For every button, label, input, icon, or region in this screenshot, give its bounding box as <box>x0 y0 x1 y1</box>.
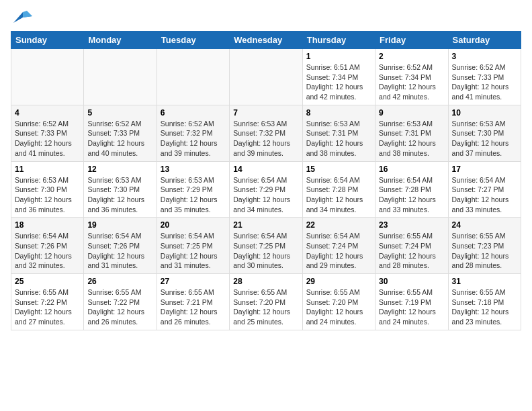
calendar-cell: 7Sunrise: 6:53 AM Sunset: 7:32 PM Daylig… <box>230 105 302 161</box>
day-info: Sunrise: 6:54 AM Sunset: 7:26 PM Dayligh… <box>15 231 80 271</box>
day-number: 5 <box>87 108 152 118</box>
calendar-cell: 30Sunrise: 6:55 AM Sunset: 7:19 PM Dayli… <box>375 274 448 330</box>
day-info: Sunrise: 6:55 AM Sunset: 7:19 PM Dayligh… <box>379 287 444 327</box>
day-number: 13 <box>161 165 226 174</box>
day-number: 21 <box>233 220 298 230</box>
calendar-cell: 10Sunrise: 6:53 AM Sunset: 7:30 PM Dayli… <box>448 105 521 161</box>
day-info: Sunrise: 6:54 AM Sunset: 7:24 PM Dayligh… <box>306 231 371 271</box>
calendar-dow-wednesday: Wednesday <box>230 32 302 49</box>
day-number: 7 <box>233 108 298 118</box>
day-info: Sunrise: 6:53 AM Sunset: 7:32 PM Dayligh… <box>233 119 298 158</box>
day-info: Sunrise: 6:54 AM Sunset: 7:26 PM Dayligh… <box>87 231 152 271</box>
day-number: 24 <box>452 220 517 230</box>
day-info: Sunrise: 6:54 AM Sunset: 7:28 PM Dayligh… <box>379 175 444 215</box>
day-number: 4 <box>15 108 80 118</box>
day-number: 31 <box>452 277 517 286</box>
calendar-dow-saturday: Saturday <box>448 32 521 49</box>
svg-marker-1 <box>23 11 32 17</box>
day-info: Sunrise: 6:53 AM Sunset: 7:30 PM Dayligh… <box>452 119 517 158</box>
calendar-week-row: 18Sunrise: 6:54 AM Sunset: 7:26 PM Dayli… <box>11 218 521 274</box>
calendar-dow-friday: Friday <box>375 32 448 49</box>
day-info: Sunrise: 6:55 AM Sunset: 7:20 PM Dayligh… <box>306 287 371 327</box>
calendar-cell: 29Sunrise: 6:55 AM Sunset: 7:20 PM Dayli… <box>302 274 375 330</box>
day-number: 2 <box>379 52 444 61</box>
calendar-cell <box>11 49 84 105</box>
calendar-cell: 13Sunrise: 6:53 AM Sunset: 7:29 PM Dayli… <box>157 161 229 218</box>
page-header <box>11 11 521 26</box>
day-info: Sunrise: 6:54 AM Sunset: 7:27 PM Dayligh… <box>452 175 517 215</box>
day-info: Sunrise: 6:53 AM Sunset: 7:30 PM Dayligh… <box>87 175 152 215</box>
calendar-dow-sunday: Sunday <box>11 32 84 49</box>
day-number: 11 <box>15 165 80 174</box>
calendar-table: SundayMondayTuesdayWednesdayThursdayFrid… <box>11 31 521 330</box>
calendar-dow-monday: Monday <box>84 32 157 49</box>
day-info: Sunrise: 6:52 AM Sunset: 7:33 PM Dayligh… <box>87 119 152 158</box>
calendar-cell: 25Sunrise: 6:55 AM Sunset: 7:22 PM Dayli… <box>11 274 84 330</box>
day-number: 8 <box>306 108 371 118</box>
calendar-cell: 3Sunrise: 6:52 AM Sunset: 7:33 PM Daylig… <box>448 49 521 105</box>
day-number: 22 <box>306 220 371 230</box>
day-info: Sunrise: 6:54 AM Sunset: 7:25 PM Dayligh… <box>161 231 226 271</box>
logo <box>11 11 32 26</box>
calendar-week-row: 25Sunrise: 6:55 AM Sunset: 7:22 PM Dayli… <box>11 274 521 330</box>
calendar-week-row: 11Sunrise: 6:53 AM Sunset: 7:30 PM Dayli… <box>11 161 521 218</box>
day-info: Sunrise: 6:53 AM Sunset: 7:29 PM Dayligh… <box>161 175 226 215</box>
day-number: 14 <box>233 165 298 174</box>
calendar-week-row: 1Sunrise: 6:51 AM Sunset: 7:34 PM Daylig… <box>11 49 521 105</box>
calendar-header-row: SundayMondayTuesdayWednesdayThursdayFrid… <box>11 32 521 49</box>
calendar-cell: 9Sunrise: 6:53 AM Sunset: 7:31 PM Daylig… <box>375 105 448 161</box>
calendar-cell: 31Sunrise: 6:55 AM Sunset: 7:18 PM Dayli… <box>448 274 521 330</box>
day-number: 27 <box>161 277 226 286</box>
day-number: 26 <box>87 277 152 286</box>
logo-bird-icon <box>13 11 32 26</box>
day-info: Sunrise: 6:55 AM Sunset: 7:24 PM Dayligh… <box>379 231 444 271</box>
day-info: Sunrise: 6:52 AM Sunset: 7:33 PM Dayligh… <box>452 62 517 102</box>
calendar-cell: 27Sunrise: 6:55 AM Sunset: 7:21 PM Dayli… <box>157 274 229 330</box>
calendar-cell: 14Sunrise: 6:54 AM Sunset: 7:29 PM Dayli… <box>230 161 302 218</box>
calendar-cell: 22Sunrise: 6:54 AM Sunset: 7:24 PM Dayli… <box>302 218 375 274</box>
day-info: Sunrise: 6:54 AM Sunset: 7:29 PM Dayligh… <box>233 175 298 215</box>
calendar-cell: 24Sunrise: 6:55 AM Sunset: 7:23 PM Dayli… <box>448 218 521 274</box>
calendar-dow-thursday: Thursday <box>302 32 375 49</box>
calendar-cell <box>84 49 157 105</box>
day-number: 15 <box>306 165 371 174</box>
calendar-cell: 12Sunrise: 6:53 AM Sunset: 7:30 PM Dayli… <box>84 161 157 218</box>
day-number: 30 <box>379 277 444 286</box>
calendar-cell: 1Sunrise: 6:51 AM Sunset: 7:34 PM Daylig… <box>302 49 375 105</box>
day-number: 25 <box>15 277 80 286</box>
day-number: 28 <box>233 277 298 286</box>
calendar-cell: 17Sunrise: 6:54 AM Sunset: 7:27 PM Dayli… <box>448 161 521 218</box>
calendar-cell: 11Sunrise: 6:53 AM Sunset: 7:30 PM Dayli… <box>11 161 84 218</box>
day-info: Sunrise: 6:55 AM Sunset: 7:20 PM Dayligh… <box>233 287 298 327</box>
calendar-cell: 2Sunrise: 6:52 AM Sunset: 7:34 PM Daylig… <box>375 49 448 105</box>
calendar-cell: 19Sunrise: 6:54 AM Sunset: 7:26 PM Dayli… <box>84 218 157 274</box>
day-number: 3 <box>452 52 517 61</box>
calendar-cell: 5Sunrise: 6:52 AM Sunset: 7:33 PM Daylig… <box>84 105 157 161</box>
day-info: Sunrise: 6:55 AM Sunset: 7:21 PM Dayligh… <box>161 287 226 327</box>
calendar-dow-tuesday: Tuesday <box>157 32 229 49</box>
calendar-cell: 18Sunrise: 6:54 AM Sunset: 7:26 PM Dayli… <box>11 218 84 274</box>
day-number: 18 <box>15 220 80 230</box>
day-number: 9 <box>379 108 444 118</box>
day-info: Sunrise: 6:51 AM Sunset: 7:34 PM Dayligh… <box>306 62 371 102</box>
day-info: Sunrise: 6:55 AM Sunset: 7:22 PM Dayligh… <box>15 287 80 327</box>
calendar-cell: 8Sunrise: 6:53 AM Sunset: 7:31 PM Daylig… <box>302 105 375 161</box>
day-number: 10 <box>452 108 517 118</box>
calendar-cell: 4Sunrise: 6:52 AM Sunset: 7:33 PM Daylig… <box>11 105 84 161</box>
day-info: Sunrise: 6:52 AM Sunset: 7:33 PM Dayligh… <box>15 119 80 158</box>
day-info: Sunrise: 6:52 AM Sunset: 7:32 PM Dayligh… <box>161 119 226 158</box>
day-number: 29 <box>306 277 371 286</box>
day-info: Sunrise: 6:54 AM Sunset: 7:25 PM Dayligh… <box>233 231 298 271</box>
calendar-cell: 28Sunrise: 6:55 AM Sunset: 7:20 PM Dayli… <box>230 274 302 330</box>
day-info: Sunrise: 6:53 AM Sunset: 7:30 PM Dayligh… <box>15 175 80 215</box>
day-info: Sunrise: 6:53 AM Sunset: 7:31 PM Dayligh… <box>306 119 371 158</box>
day-number: 23 <box>379 220 444 230</box>
calendar-cell: 20Sunrise: 6:54 AM Sunset: 7:25 PM Dayli… <box>157 218 229 274</box>
day-number: 20 <box>161 220 226 230</box>
calendar-cell <box>230 49 302 105</box>
calendar-cell: 15Sunrise: 6:54 AM Sunset: 7:28 PM Dayli… <box>302 161 375 218</box>
calendar-week-row: 4Sunrise: 6:52 AM Sunset: 7:33 PM Daylig… <box>11 105 521 161</box>
calendar-cell: 6Sunrise: 6:52 AM Sunset: 7:32 PM Daylig… <box>157 105 229 161</box>
day-info: Sunrise: 6:55 AM Sunset: 7:18 PM Dayligh… <box>452 287 517 327</box>
day-number: 19 <box>87 220 152 230</box>
